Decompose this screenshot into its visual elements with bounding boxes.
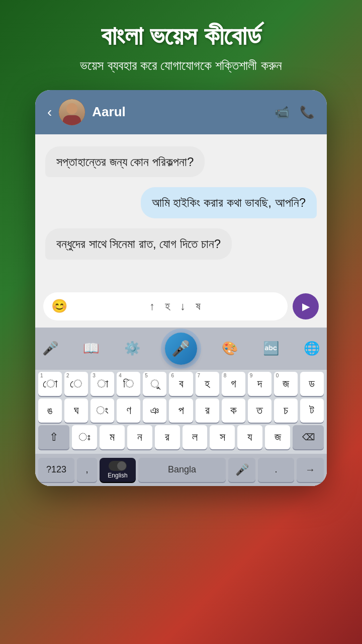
keyboard-bottom-row: ?123 , English Bangla 🎤 . → <box>35 454 327 486</box>
bangla-char-3: ↓ <box>180 300 186 313</box>
period-key[interactable]: . <box>258 458 294 482</box>
key-6-b[interactable]: 6ব <box>169 372 193 396</box>
key-p[interactable]: প <box>169 398 193 423</box>
app-header: বাংলা ভয়েস কীবোর্ড ভয়েস ব্যবহার করে যো… <box>0 0 362 85</box>
key-nn[interactable]: ণ <box>117 398 140 423</box>
bangla-char-1: ↑ <box>149 300 155 313</box>
keyboard: 🎤 📖 ⚙️ 🎤 🎨 🔤 🌐 1ো 2ে 3া 4ি 5ু 6ব 7হ 8গ <box>35 328 327 486</box>
key-k[interactable]: ক <box>222 398 245 423</box>
key-tt[interactable]: ট <box>300 398 324 423</box>
video-call-icon[interactable]: 📹 <box>275 105 290 119</box>
text-input-field[interactable]: 😊 ↑ হ ↓ ষ <box>43 292 288 320</box>
phone-call-icon[interactable]: 📞 <box>300 105 315 119</box>
key-l[interactable]: ল <box>183 425 208 449</box>
mic-center-button[interactable]: 🎤 <box>165 333 197 365</box>
lang-label: English <box>108 472 127 479</box>
key-r2[interactable]: র <box>155 425 180 449</box>
space-key[interactable]: Bangla <box>138 458 226 482</box>
send-icon: ▶ <box>302 300 310 312</box>
comma-key[interactable]: , <box>77 458 97 482</box>
message-bubble: সপ্তাহান্তের জন্য কোন পরিকল্পনা? <box>45 146 205 178</box>
input-area: 😊 ↑ হ ↓ ষ ▶ <box>35 285 327 328</box>
num-special-key[interactable]: ?123 <box>38 458 74 482</box>
key-row-3: ⇧ ঃ ম ন র ল স য জ ⌫ <box>38 425 324 449</box>
mic-icon: 🎤 <box>171 340 190 357</box>
keyboard-toolbar: 🎤 📖 ⚙️ 🎤 🎨 🔤 🌐 <box>35 328 327 370</box>
enter-key[interactable]: → <box>297 458 324 482</box>
lang-toggle <box>109 461 127 471</box>
key-row-2: ঙ ঘ ং ণ ঞ প র ক ত চ ট <box>38 398 324 423</box>
delete-key[interactable]: ⌫ <box>293 425 324 449</box>
key-n[interactable]: ন <box>127 425 152 449</box>
message-received-2: বন্ধুদের সাথে সিনেমা রাত, যোগ দিতে চান? <box>45 228 317 260</box>
message-bubble: বন্ধুদের সাথে সিনেমা রাত, যোগ দিতে চান? <box>45 228 232 260</box>
key-m[interactable]: ম <box>100 425 125 449</box>
key-row-1: 1ো 2ে 3া 4ি 5ু 6ব 7হ 8গ 9দ 0জ ড <box>38 372 324 396</box>
contact-name: Aarul <box>92 104 267 120</box>
palette-icon[interactable]: 🎨 <box>222 341 238 356</box>
emoji-button[interactable]: 😊 <box>51 298 67 314</box>
message-bubble: আমি হাইকিং করার কথা ভাবছি, আপনি? <box>141 187 317 218</box>
dictionary-icon[interactable]: 📖 <box>83 341 99 356</box>
message-sent-1: আমি হাইকিং করার কথা ভাবছি, আপনি? <box>45 187 317 218</box>
input-text: ↑ হ ↓ ষ <box>72 300 278 313</box>
send-button[interactable]: ▶ <box>293 293 319 319</box>
language-switch-key[interactable]: English <box>100 458 136 482</box>
key-9-d[interactable]: 9দ <box>248 372 272 396</box>
chat-area: সপ্তাহান্তের জন্য কোন পরিকল্পনা? আমি হাই… <box>35 134 327 285</box>
chat-header: ‹ Aarul 📹 📞 <box>35 90 327 134</box>
key-3-a[interactable]: 3া <box>90 372 114 396</box>
app-subtitle: ভয়েস ব্যবহার করে যোগাযোগকে শক্তিশালী কর… <box>15 56 347 74</box>
key-ny[interactable]: ঞ <box>143 398 166 423</box>
key-dd[interactable]: ড <box>300 372 324 396</box>
key-t[interactable]: ত <box>248 398 272 423</box>
globe-icon[interactable]: 🌐 <box>304 341 320 356</box>
key-0-j[interactable]: 0জ <box>274 372 298 396</box>
key-5-u[interactable]: 5ু <box>143 372 166 396</box>
bangla-char-2: হ <box>165 300 170 313</box>
message-received-1: সপ্তাহান্তের জন্য কোন পরিকল্পনা? <box>45 146 317 178</box>
key-8-g[interactable]: 8গ <box>222 372 245 396</box>
voice-input-icon[interactable]: 🎤 <box>42 341 58 356</box>
key-4-i[interactable]: 4ি <box>117 372 140 396</box>
key-j[interactable]: জ <box>265 425 290 449</box>
key-rows: 1ো 2ে 3া 4ি 5ু 6ব 7হ 8গ 9দ 0জ ড ঙ ঘ ং ণ … <box>35 370 327 454</box>
key-7-h[interactable]: 7হ <box>196 372 219 396</box>
key-r[interactable]: র <box>196 398 219 423</box>
bangla-char-4: ষ <box>196 300 201 313</box>
key-ch[interactable]: চ <box>274 398 298 423</box>
avatar <box>59 99 85 125</box>
settings-icon[interactable]: ⚙️ <box>124 341 140 356</box>
toggle-circle <box>117 461 126 470</box>
key-2-e[interactable]: 2ে <box>64 372 88 396</box>
key-ng[interactable]: ঙ <box>38 398 62 423</box>
key-gh[interactable]: ঘ <box>64 398 88 423</box>
key-y[interactable]: য <box>237 425 262 449</box>
key-anusvara[interactable]: ং <box>90 398 114 423</box>
key-1-o[interactable]: 1ো <box>38 372 62 396</box>
translate-icon[interactable]: 🔤 <box>263 341 279 356</box>
phone-mockup: ‹ Aarul 📹 📞 সপ্তাহান্তের জন্য কোন পরিকল্… <box>35 90 327 486</box>
mic-bottom-key[interactable]: 🎤 <box>228 458 255 482</box>
app-title: বাংলা ভয়েস কীবোর্ড <box>15 20 347 51</box>
back-button[interactable]: ‹ <box>47 104 52 120</box>
chat-header-icons: 📹 📞 <box>275 105 315 119</box>
key-s[interactable]: স <box>210 425 235 449</box>
shift-key[interactable]: ⇧ <box>38 425 69 449</box>
key-visarga[interactable]: ঃ <box>72 425 97 449</box>
